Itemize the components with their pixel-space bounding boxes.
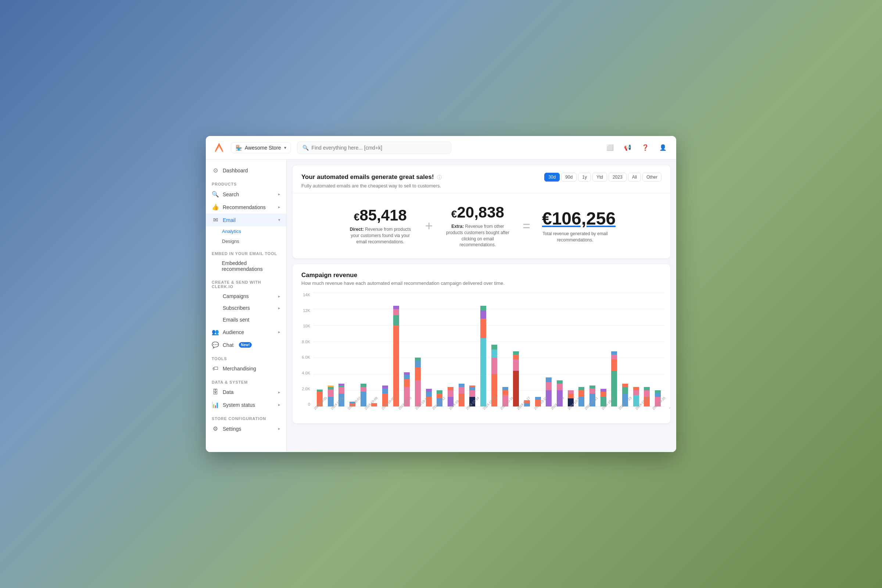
bar-group: [456, 292, 467, 406]
chevron-down-icon: ▾: [284, 145, 286, 150]
x-label: 2024-10-26: [669, 396, 670, 411]
sidebar-label-recommendations: Recommendations: [223, 204, 266, 210]
user-avatar-icon[interactable]: 👤: [657, 142, 669, 154]
direct-currency: €: [354, 212, 360, 223]
store-name: Awesome Store: [245, 145, 281, 151]
email-icon: ✉: [212, 216, 219, 224]
campaign-revenue-card: Campaign revenue How much revenue have e…: [292, 264, 670, 423]
extra-revenue-block: €20,838 Extra: Revenue from other produc…: [445, 204, 511, 248]
chat-new-badge: New!: [239, 342, 252, 348]
extra-currency: €: [451, 208, 457, 220]
data-icon: 🗄: [212, 389, 219, 395]
bar-group: [489, 292, 500, 406]
sidebar-section-tools: Tools: [206, 351, 286, 362]
bar-group: [478, 292, 488, 406]
sidebar-label-dashboard: Dashboard: [223, 168, 248, 174]
filter-all[interactable]: All: [628, 173, 641, 182]
bar-group: [609, 292, 620, 406]
help-icon[interactable]: ❓: [639, 142, 651, 154]
settings-arrow-icon: ▸: [278, 426, 280, 431]
chart-area: 14K 12K 10K 8.0K 6.0K 4.0K 2.0K 0: [292, 289, 670, 423]
sidebar-item-audience[interactable]: 👥 Audience ▸: [206, 326, 286, 339]
bar-group: [555, 292, 565, 406]
sidebar-item-emails-sent[interactable]: Emails sent: [206, 314, 286, 326]
sidebar: ⊙ Dashboard Products 🔍 Search ▸ 👍 Recomm…: [206, 159, 286, 452]
sidebar-item-embedded-recommendations[interactable]: Embedded recommendations: [206, 257, 286, 275]
equals-operator: =: [523, 218, 530, 234]
filter-1y[interactable]: 1y: [578, 173, 591, 182]
search-icon: 🔍: [303, 145, 309, 151]
store-selector[interactable]: 🏪 Awesome Store ▾: [231, 142, 291, 153]
filter-90d[interactable]: 90d: [561, 173, 577, 182]
sidebar-section-store-config: Store Configuration: [206, 411, 286, 422]
main-content: Your automated emails generate great sal…: [286, 159, 676, 452]
x-labels: 2024-10-052024-10-062024-10-072024-10-08…: [313, 406, 664, 417]
filter-2023[interactable]: 2023: [609, 173, 627, 182]
sidebar-sub-analytics[interactable]: Analytics: [206, 226, 286, 236]
direct-revenue-amount: €85,418: [347, 207, 413, 224]
y-label-8k: 8.0K: [302, 340, 310, 344]
sidebar-label-designs: Designs: [222, 238, 239, 244]
audience-arrow-icon: ▸: [278, 330, 280, 334]
topbar: 🏪 Awesome Store ▾ 🔍 ⬜ 📢 ❓ 👤: [206, 136, 676, 159]
search-input[interactable]: [312, 145, 446, 151]
system-status-icon: 📊: [212, 401, 219, 408]
notifications-icon[interactable]: ⬜: [604, 142, 616, 154]
chart-title: Campaign revenue: [302, 272, 662, 279]
email-analytics-title: Your automated emails generate great sal…: [302, 174, 434, 180]
global-search-bar[interactable]: 🔍: [297, 141, 451, 154]
sidebar-item-dashboard[interactable]: ⊙ Dashboard: [206, 164, 286, 177]
filter-other[interactable]: Other: [642, 173, 662, 182]
store-icon: 🏪: [236, 145, 242, 151]
direct-revenue-label: Direct: Revenue from products your custo…: [347, 226, 413, 245]
bar-group: [424, 292, 434, 406]
recommendations-arrow-icon: ▸: [278, 205, 280, 210]
sidebar-item-subscribers[interactable]: Subscribers ▸: [206, 302, 286, 314]
bar-group: [533, 292, 543, 406]
total-revenue-label: Total revenue generated by email recomme…: [542, 231, 608, 243]
bar-group: [500, 292, 510, 406]
y-label-2k: 2.0K: [302, 387, 310, 391]
sidebar-label-data: Data: [223, 389, 234, 395]
sidebar-label-subscribers: Subscribers: [223, 305, 250, 311]
sidebar-item-chat[interactable]: 💬 Chat New!: [206, 339, 286, 351]
extra-revenue-label: Extra: Revenue from other products custo…: [445, 224, 511, 248]
email-analytics-subtitle: Fully automated emails are the cheapest …: [302, 183, 662, 189]
search-sidebar-icon: 🔍: [212, 191, 219, 198]
sidebar-item-data[interactable]: 🗄 Data ▸: [206, 386, 286, 398]
sidebar-item-email[interactable]: ✉ Email ▾: [206, 213, 286, 226]
bar-group: [315, 292, 325, 406]
bar-group: [652, 292, 663, 406]
sidebar-item-merchandising[interactable]: 🏷 Merchandising: [206, 362, 286, 375]
bar-group: [598, 292, 609, 406]
sidebar-label-system-status: System status: [223, 402, 255, 408]
sidebar-item-system-status[interactable]: 📊 System status ▸: [206, 398, 286, 411]
sidebar-item-campaigns[interactable]: Campaigns ▸: [206, 290, 286, 302]
sidebar-item-search[interactable]: 🔍 Search ▸: [206, 188, 286, 201]
sidebar-label-email: Email: [223, 217, 236, 223]
announcements-icon[interactable]: 📢: [622, 142, 634, 154]
sidebar-item-recommendations[interactable]: 👍 Recommendations ▸: [206, 201, 286, 213]
sidebar-item-settings[interactable]: ⚙ Settings ▸: [206, 422, 286, 435]
sidebar-section-embed: Embed in your email tool: [206, 246, 286, 257]
email-revenue-card: Your automated emails generate great sal…: [292, 165, 670, 258]
extra-revenue-amount: €20,838: [445, 204, 511, 221]
bar-group: [391, 292, 401, 406]
y-label-0: 0: [308, 402, 310, 406]
card-title-row: Your automated emails generate great sal…: [302, 173, 662, 182]
bar-group: [577, 292, 587, 406]
audience-icon: 👥: [212, 328, 219, 336]
bar-group: [587, 292, 597, 406]
bar-group: [631, 292, 641, 406]
email-revenue-header: Your automated emails generate great sal…: [292, 165, 670, 193]
sidebar-sub-designs[interactable]: Designs: [206, 236, 286, 246]
plus-operator: +: [425, 218, 433, 234]
total-revenue-block: €106,256 Total revenue generated by emai…: [542, 208, 616, 243]
filter-30d[interactable]: 30d: [544, 173, 560, 182]
revenue-row: €85,418 Direct: Revenue from products yo…: [292, 193, 670, 258]
filter-ytd[interactable]: Ytd: [592, 173, 607, 182]
sidebar-label-embedded: Embedded recommendations: [222, 260, 280, 272]
y-label-14k: 14K: [303, 292, 310, 297]
chat-icon: 💬: [212, 341, 219, 348]
bar-group: [413, 292, 423, 406]
